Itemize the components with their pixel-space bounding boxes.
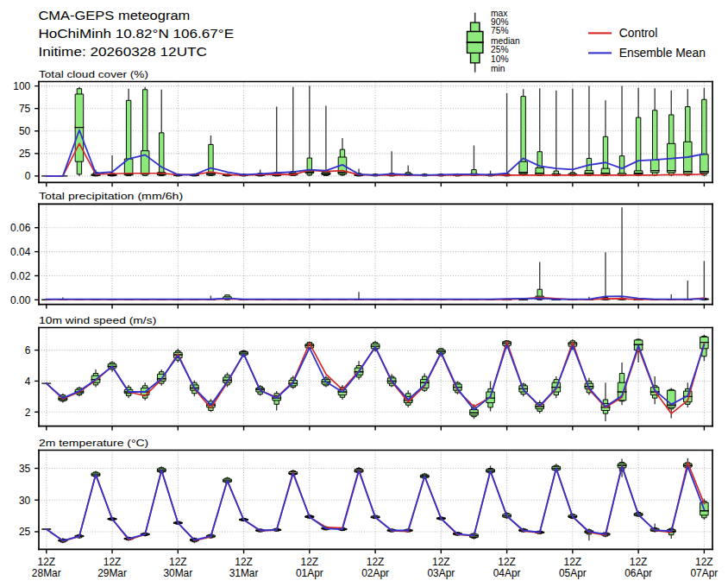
svg-text:04Apr: 04Apr <box>493 567 521 579</box>
svg-text:CMA-GEPS meteogram: CMA-GEPS meteogram <box>38 8 190 22</box>
svg-text:Total cloud cover (%): Total cloud cover (%) <box>39 68 148 80</box>
svg-text:28Mar: 28Mar <box>32 567 61 579</box>
svg-text:30: 30 <box>19 495 31 507</box>
svg-text:0.06: 0.06 <box>10 222 31 234</box>
svg-text:Total precipitation (mm/6h): Total precipitation (mm/6h) <box>39 190 183 202</box>
svg-text:01Apr: 01Apr <box>296 567 323 579</box>
svg-text:100: 100 <box>13 80 30 92</box>
svg-text:min: min <box>491 64 505 73</box>
svg-text:07Apr: 07Apr <box>690 567 718 579</box>
svg-text:29Mar: 29Mar <box>97 567 127 579</box>
svg-text:35: 35 <box>19 463 31 475</box>
svg-text:05Apr: 05Apr <box>559 567 587 579</box>
svg-text:31Mar: 31Mar <box>229 567 259 579</box>
svg-text:6: 6 <box>25 344 31 357</box>
svg-text:10m wind speed (m/s): 10m wind speed (m/s) <box>39 314 156 326</box>
svg-text:Control: Control <box>619 26 658 40</box>
svg-text:25%: 25% <box>491 45 509 54</box>
svg-text:HoChiMinh 10.82°N 106.67°E: HoChiMinh 10.82°N 106.67°E <box>38 26 234 41</box>
svg-text:25: 25 <box>19 148 31 160</box>
svg-text:50: 50 <box>19 125 31 137</box>
svg-text:0: 0 <box>25 170 31 182</box>
svg-text:06Apr: 06Apr <box>624 567 652 579</box>
svg-text:2m temperature (°C): 2m temperature (°C) <box>39 437 148 449</box>
svg-text:0.02: 0.02 <box>10 270 31 282</box>
svg-text:Ensemble Mean: Ensemble Mean <box>619 46 706 60</box>
svg-text:4: 4 <box>25 376 31 388</box>
svg-text:30Mar: 30Mar <box>163 567 192 579</box>
svg-text:10%: 10% <box>491 54 509 64</box>
svg-text:Initime: 20260328 12UTC: Initime: 20260328 12UTC <box>38 44 207 59</box>
svg-text:03Apr: 03Apr <box>427 567 455 579</box>
svg-text:25: 25 <box>19 526 31 538</box>
svg-text:75%: 75% <box>491 26 509 35</box>
svg-text:02Apr: 02Apr <box>361 567 389 579</box>
svg-text:75: 75 <box>19 103 31 115</box>
svg-text:2: 2 <box>25 407 31 419</box>
svg-text:0.04: 0.04 <box>10 246 31 258</box>
svg-text:0.00: 0.00 <box>10 294 31 306</box>
